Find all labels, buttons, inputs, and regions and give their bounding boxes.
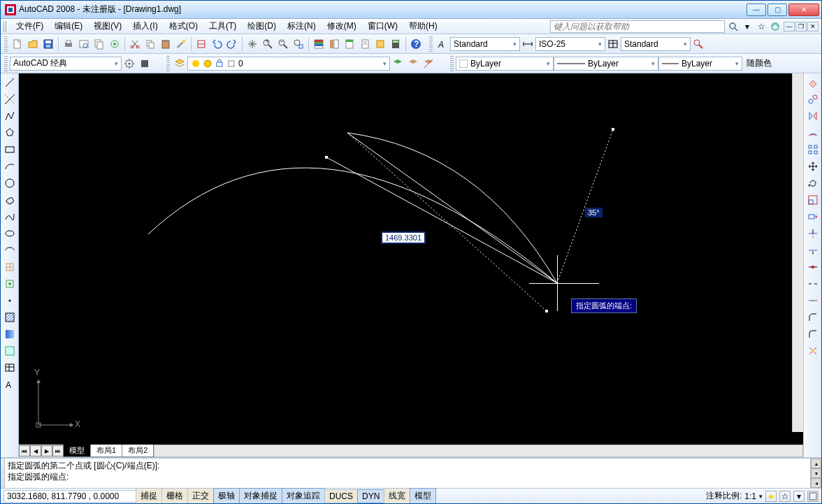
cut-button[interactable] — [127, 36, 143, 52]
lwt-toggle[interactable]: 线宽 — [384, 488, 410, 504]
zoom-realtime-button[interactable]: + — [260, 36, 275, 52]
pan-button[interactable] — [245, 36, 260, 52]
polyline-button[interactable] — [2, 108, 17, 124]
point-button[interactable] — [2, 293, 17, 308]
color-select[interactable]: ByLayer — [456, 57, 554, 71]
block-editor-button[interactable] — [194, 36, 209, 52]
tool-palette-button[interactable] — [342, 36, 357, 52]
revcloud-button[interactable] — [2, 192, 17, 208]
clean-screen-button[interactable] — [807, 491, 819, 502]
tab-layout1[interactable]: 布局1 — [90, 445, 122, 457]
annotation-visibility-button[interactable] — [765, 491, 777, 502]
plot-style-button[interactable] — [107, 36, 122, 52]
coord-display[interactable]: 3032.1680, 811.7790 , 0.0000 — [3, 490, 136, 503]
properties-button[interactable] — [311, 36, 326, 52]
spline-button[interactable] — [2, 209, 17, 224]
menu-draw[interactable]: 绘图(D) — [242, 19, 282, 34]
move-button[interactable] — [805, 159, 821, 174]
toolbar-grip[interactable] — [4, 36, 8, 52]
command-scrollbar[interactable]: ▴▾◂ — [810, 459, 821, 488]
markup-button[interactable] — [373, 36, 388, 52]
open-button[interactable] — [25, 36, 41, 52]
osnap-toggle[interactable]: 对象捕捉 — [239, 488, 282, 504]
mirror-button[interactable] — [805, 108, 821, 124]
mdi-minimize-button[interactable]: — — [784, 22, 795, 31]
text-style-icon[interactable]: A — [435, 36, 450, 52]
ortho-toggle[interactable]: 正交 — [187, 488, 214, 504]
close-button[interactable]: ✕ — [788, 3, 819, 16]
break-button[interactable] — [805, 276, 821, 291]
status-menu-button[interactable]: ▾ — [793, 491, 805, 502]
maximize-button[interactable]: ▢ — [767, 3, 787, 16]
explode-button[interactable] — [805, 343, 821, 359]
array-button[interactable] — [805, 142, 821, 157]
rectangle-button[interactable] — [2, 142, 17, 157]
menu-help[interactable]: 帮助(H) — [403, 19, 443, 34]
menu-modify[interactable]: 修改(M) — [322, 19, 362, 34]
match-button[interactable] — [173, 36, 189, 52]
layer-off-button[interactable] — [421, 56, 436, 71]
workspace-select[interactable]: AutoCAD 经典 — [10, 57, 122, 71]
offset-button[interactable] — [805, 125, 821, 141]
model-toggle[interactable]: 模型 — [410, 488, 436, 504]
scale-button[interactable] — [805, 192, 821, 208]
break-point-button[interactable] — [805, 259, 821, 275]
text-style-select[interactable]: Standard — [450, 37, 520, 51]
zoom-window-button[interactable] — [291, 36, 306, 52]
annotation-autoscale-button[interactable] — [779, 491, 791, 502]
polar-toggle[interactable]: 极轴 — [213, 488, 240, 504]
fillet-button[interactable] — [805, 326, 821, 342]
tab-layout2[interactable]: 布局2 — [122, 445, 154, 457]
rotate-button[interactable] — [805, 175, 821, 191]
zoom-previous-button[interactable]: - — [275, 36, 291, 52]
tab-prev-button[interactable]: ◀ — [30, 445, 41, 456]
copy-obj-button[interactable] — [805, 92, 821, 107]
snap-toggle[interactable]: 捕捉 — [136, 488, 162, 504]
design-center-button[interactable] — [326, 36, 342, 52]
calc-button[interactable] — [388, 36, 403, 52]
grid-toggle[interactable]: 栅格 — [161, 488, 188, 504]
menu-format[interactable]: 格式(O) — [164, 19, 203, 34]
menu-edit[interactable]: 编辑(E) — [49, 19, 88, 34]
dim-style-select[interactable]: ISO-25 — [535, 37, 605, 51]
dim-style-icon[interactable] — [520, 36, 535, 52]
multileader-icon[interactable] — [691, 36, 706, 52]
otrack-toggle[interactable]: 对象追踪 — [282, 488, 325, 504]
layer-previous-button[interactable] — [390, 56, 405, 71]
insert-block-button[interactable] — [2, 259, 17, 275]
linetype-select[interactable]: ByLayer — [554, 57, 658, 71]
ellipse-button[interactable] — [2, 226, 17, 241]
table-style-select[interactable]: Standard — [621, 37, 691, 51]
drawing-area[interactable]: 1469.3301 35° 指定圆弧的端点: X Y ⏮ ◀ — [19, 73, 803, 457]
xline-button[interactable] — [2, 92, 17, 107]
menu-window[interactable]: 窗口(W) — [362, 19, 403, 34]
tab-first-button[interactable]: ⏮ — [19, 445, 30, 456]
mdi-close-button[interactable]: ✕ — [807, 22, 819, 31]
table-style-icon[interactable] — [605, 36, 621, 52]
line-button[interactable] — [2, 75, 17, 90]
layer-select[interactable]: 0 — [187, 57, 390, 71]
sheet-set-button[interactable] — [357, 36, 373, 52]
toolbar-grip[interactable] — [429, 36, 433, 52]
menu-tools[interactable]: 工具(T) — [203, 19, 242, 34]
trim-button[interactable] — [805, 226, 821, 241]
print-button[interactable] — [61, 36, 76, 52]
erase-button[interactable] — [805, 75, 821, 90]
undo-button[interactable] — [209, 36, 224, 52]
minimize-button[interactable]: — — [747, 3, 766, 16]
gradient-button[interactable] — [2, 326, 17, 342]
favorite-icon[interactable]: ☆ — [756, 21, 767, 32]
table-button[interactable] — [2, 360, 17, 375]
toolbar-grip[interactable] — [3, 21, 8, 32]
workspace-save-button[interactable] — [137, 56, 152, 71]
polygon-button[interactable] — [2, 125, 17, 141]
toolbar-grip[interactable] — [4, 56, 8, 71]
command-text[interactable]: 指定圆弧的第二个点或 [圆心(C)/端点(E)]: 指定圆弧的端点: — [5, 459, 810, 488]
infocenter-dropdown-icon[interactable]: ▾ — [742, 21, 753, 32]
mdi-restore-button[interactable]: ❐ — [795, 22, 807, 31]
help-button[interactable]: ? — [408, 36, 424, 52]
publish-button[interactable] — [92, 36, 107, 52]
vertical-scrollbar[interactable] — [792, 73, 803, 432]
make-block-button[interactable] — [2, 276, 17, 291]
hatch-button[interactable] — [2, 310, 17, 325]
